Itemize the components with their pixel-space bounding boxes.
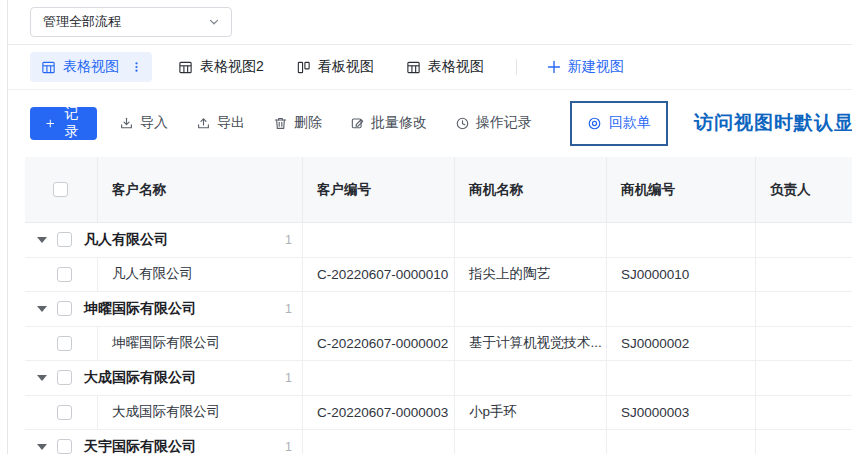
import-button[interactable]: 导入 bbox=[119, 114, 168, 132]
tab-table-view-3[interactable]: 表格视图 bbox=[406, 58, 484, 76]
group-row: 凡人有限公司 1 bbox=[25, 223, 852, 258]
select-all-checkbox[interactable] bbox=[53, 182, 68, 197]
more-dots-icon[interactable] bbox=[130, 60, 143, 74]
group-checkbox[interactable] bbox=[57, 370, 72, 385]
customer-name-cell: 坤曜国际有限公司 bbox=[97, 327, 302, 361]
export-button[interactable]: 导出 bbox=[196, 114, 245, 132]
group-count: 1 bbox=[285, 371, 302, 385]
customer-name-cell: 大成国际有限公司 bbox=[97, 396, 302, 430]
clock-icon bbox=[455, 116, 470, 131]
kanban-icon bbox=[296, 60, 311, 75]
batch-edit-icon bbox=[350, 116, 365, 131]
collapse-caret-icon[interactable] bbox=[37, 444, 47, 450]
group-count: 1 bbox=[285, 440, 302, 454]
process-selector-bar: 管理全部流程 bbox=[8, 0, 852, 45]
tab-label: 看板视图 bbox=[318, 58, 374, 76]
group-row: 坤曜国际有限公司 1 bbox=[25, 292, 852, 327]
group-row: 大成国际有限公司 1 bbox=[25, 361, 852, 396]
customer-no-cell: C-20220607-0000003 bbox=[302, 396, 454, 430]
column-header[interactable]: 客户编号 bbox=[302, 157, 454, 222]
export-label: 导出 bbox=[217, 114, 245, 132]
new-view-button[interactable]: 新建视图 bbox=[547, 58, 624, 76]
group-name: 凡人有限公司 bbox=[84, 231, 168, 249]
column-header[interactable]: 商机名称 bbox=[454, 157, 606, 222]
add-record-button[interactable]: 记录 bbox=[30, 107, 97, 140]
new-view-label: 新建视图 bbox=[568, 58, 624, 76]
toolbar: 记录 导入 导出 删除 批量修改 操作记录 回款单 bbox=[8, 90, 852, 156]
process-dropdown-value: 管理全部流程 bbox=[43, 13, 121, 31]
plus-icon bbox=[547, 60, 561, 74]
row-checkbox[interactable] bbox=[57, 336, 72, 351]
opportunity-no-cell: SJ0000010 bbox=[606, 258, 755, 292]
opportunity-name-cell: 小p手环 bbox=[454, 396, 606, 430]
group-row: 天宇国际有限公司 1 bbox=[25, 430, 852, 454]
group-count: 1 bbox=[285, 302, 302, 316]
owner-cell bbox=[755, 396, 852, 430]
tab-table-view-1[interactable]: 表格视图 bbox=[30, 52, 152, 82]
delete-button[interactable]: 删除 bbox=[273, 114, 322, 132]
import-label: 导入 bbox=[140, 114, 168, 132]
opportunity-name-cell: 基于计算机视觉技术... bbox=[454, 327, 606, 361]
customer-no-cell: C-20220607-0000002 bbox=[302, 327, 454, 361]
import-icon bbox=[119, 116, 134, 131]
opportunity-name-cell: 指尖上的陶艺 bbox=[454, 258, 606, 292]
tab-label: 表格视图 bbox=[428, 58, 484, 76]
customer-no-cell: C-20220607-0000010 bbox=[302, 258, 454, 292]
collapse-caret-icon[interactable] bbox=[37, 306, 47, 312]
collapse-caret-icon[interactable] bbox=[37, 375, 47, 381]
records-table: 客户名称 客户编号 商机名称 商机编号 负责人 凡人有限公司 1 凡人有限公司 … bbox=[25, 157, 852, 454]
chevron-down-icon bbox=[207, 15, 221, 29]
tabs-divider bbox=[516, 59, 517, 75]
row-checkbox[interactable] bbox=[57, 267, 72, 282]
payment-annotation-box: 回款单 bbox=[570, 101, 668, 146]
table-icon bbox=[406, 60, 421, 75]
trash-icon bbox=[273, 116, 288, 131]
group-checkbox[interactable] bbox=[57, 439, 72, 454]
table-icon bbox=[41, 60, 56, 75]
tab-kanban-view[interactable]: 看板视图 bbox=[296, 58, 374, 76]
add-record-label: 记录 bbox=[63, 105, 81, 141]
collapse-caret-icon[interactable] bbox=[37, 237, 47, 243]
group-name: 坤曜国际有限公司 bbox=[84, 300, 196, 318]
annotation-text: 访问视图时默认显示 bbox=[694, 110, 852, 136]
group-checkbox[interactable] bbox=[57, 301, 72, 316]
table-header-row: 客户名称 客户编号 商机名称 商机编号 负责人 bbox=[25, 157, 852, 223]
group-count: 1 bbox=[285, 233, 302, 247]
tab-label: 表格视图 bbox=[63, 58, 119, 76]
opportunity-no-cell: SJ0000003 bbox=[606, 396, 755, 430]
opportunity-no-cell: SJ0000002 bbox=[606, 327, 755, 361]
batch-edit-label: 批量修改 bbox=[371, 114, 427, 132]
export-icon bbox=[196, 116, 211, 131]
owner-cell bbox=[755, 258, 852, 292]
table-row[interactable]: 大成国际有限公司 C-20220607-0000003 小p手环 SJ00000… bbox=[25, 396, 852, 431]
tab-table-view-2[interactable]: 表格视图2 bbox=[178, 58, 264, 76]
batch-edit-button[interactable]: 批量修改 bbox=[350, 114, 427, 132]
table-row[interactable]: 凡人有限公司 C-20220607-0000010 指尖上的陶艺 SJ00000… bbox=[25, 258, 852, 293]
payment-form-label: 回款单 bbox=[609, 114, 651, 132]
payment-form-icon bbox=[587, 116, 602, 131]
view-tabs-bar: 表格视图 表格视图2 看板视图 表格视图 新建视图 bbox=[8, 45, 852, 90]
group-checkbox[interactable] bbox=[57, 232, 72, 247]
operation-log-button[interactable]: 操作记录 bbox=[455, 114, 532, 132]
owner-cell bbox=[755, 327, 852, 361]
row-checkbox[interactable] bbox=[57, 405, 72, 420]
operation-log-label: 操作记录 bbox=[476, 114, 532, 132]
column-header[interactable]: 客户名称 bbox=[97, 157, 302, 222]
process-dropdown[interactable]: 管理全部流程 bbox=[30, 7, 232, 37]
delete-label: 删除 bbox=[294, 114, 322, 132]
group-name: 天宇国际有限公司 bbox=[84, 438, 196, 454]
table-row[interactable]: 坤曜国际有限公司 C-20220607-0000002 基于计算机视觉技术...… bbox=[25, 327, 852, 362]
customer-name-cell: 凡人有限公司 bbox=[97, 258, 302, 292]
group-name: 大成国际有限公司 bbox=[84, 369, 196, 387]
tab-label: 表格视图2 bbox=[200, 58, 264, 76]
column-header[interactable]: 负责人 bbox=[755, 157, 852, 222]
plus-icon bbox=[46, 117, 55, 130]
table-icon bbox=[178, 60, 193, 75]
payment-form-button[interactable]: 回款单 bbox=[587, 114, 651, 132]
column-header[interactable]: 商机编号 bbox=[606, 157, 755, 222]
